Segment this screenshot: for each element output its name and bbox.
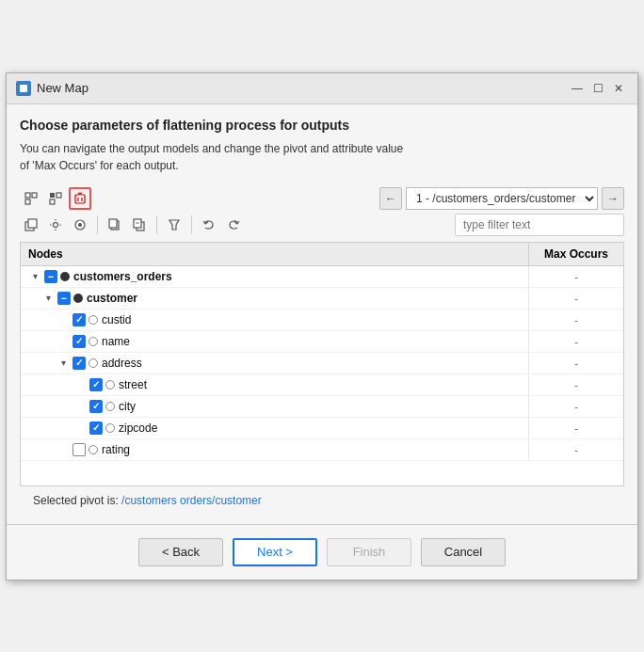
table-row[interactable]: street- [21,374,623,396]
desc-line1: You can navigate the output models and c… [20,142,403,155]
max-occurs-cell: - [529,334,623,349]
back-button[interactable]: < Back [138,538,223,566]
expand-btn[interactable] [56,313,70,326]
tree-checkbox[interactable] [57,292,71,305]
node-label: city [119,400,136,413]
cancel-button[interactable]: Cancel [421,538,506,566]
svg-rect-16 [109,219,117,228]
expand-btn[interactable] [56,443,70,456]
pivot-link[interactable]: /customers orders/customer [121,494,262,507]
dialog-window: New Map — ☐ ✕ Choose parameters of flatt… [6,72,638,580]
node-label: address [102,357,142,370]
node-label: customer [87,292,137,305]
svg-marker-20 [169,220,179,230]
table-row[interactable]: ▾customers_orders- [21,266,623,288]
status-bar: Selected pivot is: /customers orders/cus… [20,486,624,515]
circle-icon [89,358,98,368]
close-button[interactable]: ✕ [609,79,628,98]
tree-checkbox[interactable] [72,313,86,326]
settings-button[interactable] [44,214,67,236]
svg-rect-0 [25,193,30,198]
filter-input[interactable] [455,214,624,236]
expand-btn[interactable] [73,421,87,435]
max-occurs-cell: - [529,291,623,306]
tree-body: ▾customers_orders-▾customer- custid- nam… [21,266,623,461]
select-all-button[interactable] [20,214,42,236]
tree-checkbox[interactable] [89,400,103,413]
toolbar-top: ← 1 - /customers_orders/customer → [20,187,624,210]
tree-table: Nodes Max Occurs ▾customers_orders-▾cust… [20,242,624,486]
dot-icon [60,272,70,281]
node-label: street [119,378,147,391]
expand-btn[interactable]: ▾ [56,357,70,370]
table-row[interactable]: city- [21,396,623,418]
window-controls: — ☐ ✕ [568,79,628,98]
delete-button[interactable] [69,187,91,210]
tree-checkbox[interactable] [72,335,86,348]
collapse-all-button[interactable] [44,187,67,210]
status-text: Selected pivot is: [33,494,121,507]
table-row[interactable]: rating- [21,439,623,461]
table-row[interactable]: custid- [21,310,623,331]
max-occurs-cell: - [529,442,623,457]
expand-btn[interactable] [73,378,87,391]
svg-rect-1 [32,193,37,198]
toolbar-bottom [20,214,624,236]
minimize-button[interactable]: — [568,79,587,98]
tree-checkbox[interactable] [72,443,86,456]
expand-btn[interactable] [56,335,70,348]
copy-button[interactable] [104,214,126,236]
copy2-button[interactable] [128,214,151,236]
node-label: customers_orders [73,270,172,283]
nav-dropdown[interactable]: 1 - /customers_orders/customer [406,187,598,210]
tree-checkbox[interactable] [89,378,103,391]
tree-checkbox[interactable] [44,270,57,283]
svg-rect-4 [56,193,61,198]
max-occurs-cell: - [529,399,623,414]
toolbar-left-group [20,187,91,210]
col-maxoccurs-header: Max Occurs [529,243,623,265]
button-bar: < Back Next > Finish Cancel [7,525,637,580]
undo-button[interactable] [198,214,220,236]
tree-checkbox[interactable] [89,421,103,435]
table-row[interactable]: zipcode- [21,418,623,439]
node-label: name [102,335,130,348]
table-row[interactable]: name- [21,331,623,353]
toolbar-separator-1 [97,215,98,234]
max-occurs-cell: - [529,269,623,284]
svg-rect-5 [50,199,55,204]
maximize-button[interactable]: ☐ [588,79,607,98]
max-occurs-cell: - [529,421,623,436]
toolbar-separator-3 [191,215,192,234]
svg-rect-6 [75,195,85,203]
toolbar-separator-2 [156,215,157,234]
circle-button[interactable] [69,214,91,236]
col-nodes-header: Nodes [21,243,529,265]
table-row[interactable]: ▾address- [21,353,623,374]
tree-header: Nodes Max Occurs [21,243,623,266]
tree-checkbox[interactable] [72,357,86,370]
circle-icon [105,402,115,411]
table-row[interactable]: ▾customer- [21,288,623,310]
circle-icon [89,315,98,325]
page-title: Choose parameters of flattening process … [20,118,624,133]
content-area: Choose parameters of flattening process … [7,104,637,524]
circle-icon [105,380,115,390]
expand-all-button[interactable] [20,187,42,210]
node-label: custid [102,313,131,326]
expand-btn[interactable]: ▾ [28,270,41,283]
expand-btn[interactable] [73,400,87,413]
nav-next-button[interactable]: → [602,187,624,210]
title-bar: New Map — ☐ ✕ [7,73,637,104]
svg-rect-2 [25,199,30,204]
desc-line2: of 'Max Occurs' for each output. [20,159,179,172]
nav-prev-button[interactable]: ← [379,187,402,210]
next-button[interactable]: Next > [233,538,317,566]
filter-button[interactable] [163,214,185,236]
redo-button[interactable] [222,214,245,236]
circle-icon [89,445,98,454]
expand-btn[interactable]: ▾ [41,292,55,305]
svg-rect-3 [50,193,55,198]
svg-point-14 [78,223,82,227]
node-label: rating [102,443,130,456]
